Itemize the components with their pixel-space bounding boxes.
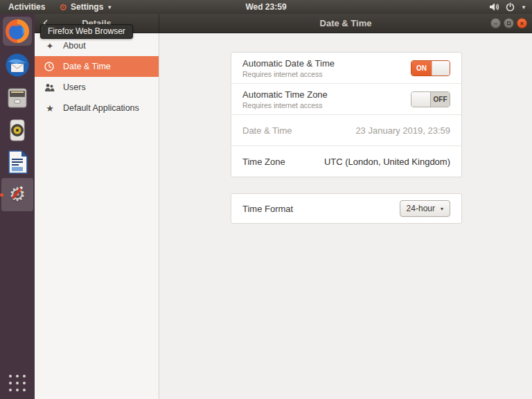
running-indicator (0, 193, 3, 197)
dock-item-thunderbird[interactable] (3, 51, 32, 80)
automatic-date-time-toggle[interactable]: ON (411, 60, 450, 76)
rhythmbox-icon (5, 118, 30, 143)
time-format-card: Time Format 24-hour ▾ (231, 193, 462, 224)
main-headerbar: Date & Time − × (159, 14, 532, 33)
sparkle-icon: ✦ (44, 42, 55, 51)
row-date-time[interactable]: Date & Time 23 January 2019, 23:59 (231, 115, 461, 146)
power-icon (506, 2, 515, 12)
row-subtitle: Requires internet access (242, 101, 328, 109)
minimize-button[interactable]: − (490, 18, 501, 28)
row-title: Time Zone (242, 157, 285, 167)
sidebar-item-label: Date & Time (63, 62, 111, 71)
row-title: Date & Time (242, 125, 292, 136)
row-automatic-date-time: Automatic Date & Time Requires internet … (231, 53, 461, 84)
activities-button[interactable]: Activities (0, 0, 53, 14)
dock-item-rhythmbox[interactable] (3, 116, 32, 145)
sidebar-item-default-applications[interactable]: ★ Default Applications (35, 98, 159, 118)
toggle-knob (411, 92, 431, 107)
app-menu[interactable]: ⚙ Settings ▾ (53, 0, 116, 14)
row-title: Automatic Date & Time (242, 58, 335, 69)
close-button[interactable]: × (517, 18, 527, 28)
chevron-down-icon: ▾ (522, 4, 525, 10)
files-icon (5, 85, 30, 110)
settings-sidebar: ✦ About Date & Time Users ★ Default Appl… (35, 33, 159, 399)
sidebar-item-label: Default Applications (63, 103, 139, 113)
row-automatic-time-zone: Automatic Time Zone Requires internet ac… (231, 84, 461, 115)
star-icon: ★ (44, 104, 55, 113)
writer-icon (6, 150, 29, 175)
chevron-down-icon: ▾ (108, 4, 111, 10)
users-icon (44, 83, 55, 92)
settings-card: Automatic Date & Time Requires internet … (231, 52, 462, 177)
top-bar: Activities ⚙ Settings ▾ Wed 23:59 ▾ (0, 0, 532, 14)
time-zone-value: UTC (London, United Kingdom) (324, 157, 450, 167)
settings-app-icon: ⚙ (59, 3, 67, 12)
toggle-knob (432, 61, 450, 76)
dock-item-firefox[interactable] (3, 17, 32, 46)
date-time-panel: Automatic Date & Time Requires internet … (159, 33, 532, 399)
window-title: Date & Time (320, 18, 372, 28)
dock-item-files[interactable] (3, 83, 32, 112)
row-subtitle: Requires internet access (242, 70, 335, 78)
thunderbird-icon (4, 52, 30, 78)
dock: ⚙ (0, 14, 35, 399)
system-status-area[interactable]: ▾ (489, 2, 532, 12)
app-menu-label: Settings (71, 2, 103, 12)
automatic-time-zone-toggle[interactable]: OFF (411, 91, 450, 107)
row-title: Automatic Time Zone (242, 89, 328, 100)
volume-icon (489, 2, 499, 12)
dock-tooltip: Firefox Web Browser (40, 24, 133, 39)
clock-icon (44, 62, 55, 71)
dock-item-writer[interactable] (3, 148, 32, 177)
chevron-down-icon: ▾ (441, 206, 443, 212)
sidebar-item-users[interactable]: Users (35, 77, 159, 98)
sidebar-item-date-time[interactable]: Date & Time (35, 56, 159, 77)
show-applications-button[interactable] (8, 374, 26, 392)
firefox-icon (4, 18, 30, 44)
sidebar-item-label: Users (63, 82, 86, 92)
sidebar-item-label: About (63, 41, 86, 51)
date-time-value: 23 January 2019, 23:59 (355, 125, 450, 136)
time-format-value: 24-hour (407, 204, 435, 213)
row-time-zone[interactable]: Time Zone UTC (London, United Kingdom) (231, 146, 461, 177)
time-format-dropdown[interactable]: 24-hour ▾ (400, 200, 450, 217)
maximize-button[interactable] (504, 18, 514, 28)
dock-item-settings[interactable]: ⚙ (1, 178, 33, 211)
time-format-label: Time Format (242, 204, 293, 214)
